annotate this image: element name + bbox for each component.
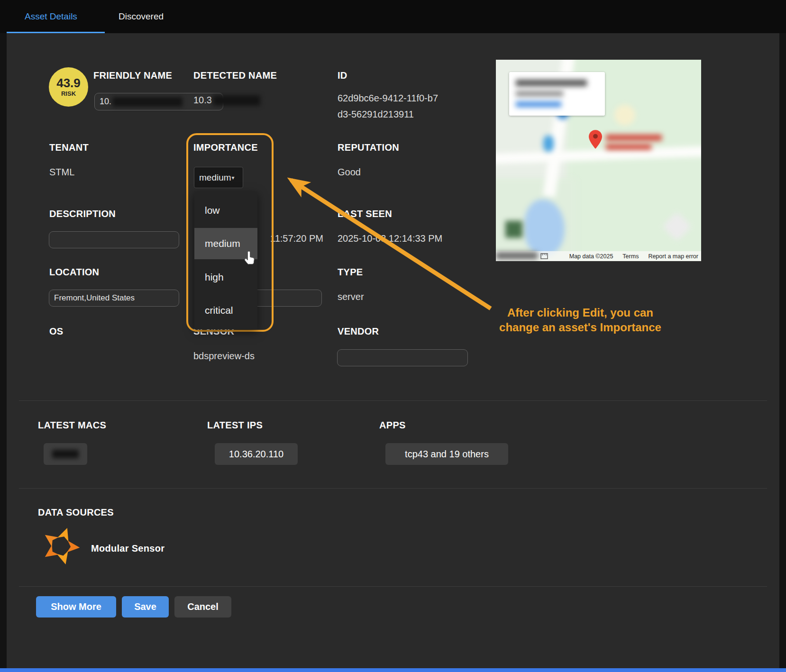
id-label: ID xyxy=(338,70,347,81)
tab-discovered[interactable]: Discovered xyxy=(119,0,164,33)
description-label: DESCRIPTION xyxy=(49,209,116,219)
divider xyxy=(19,400,767,401)
os-label: OS xyxy=(49,326,64,337)
annotation-text-line1: After clicking Edit, you can xyxy=(485,306,675,319)
modular-sensor-icon xyxy=(40,525,82,567)
importance-label: IMPORTANCE xyxy=(193,142,258,153)
apps-chip: tcp43 and 19 others xyxy=(385,443,508,465)
map-water xyxy=(524,200,565,256)
vendor-input[interactable] xyxy=(337,349,468,366)
importance-selected-value: medium xyxy=(199,173,231,183)
risk-score-badge: 43.9 RISK xyxy=(49,67,88,107)
friendly-name-redacted xyxy=(112,97,183,107)
detected-name-text: 10.3 xyxy=(193,95,212,106)
importance-option-low[interactable]: low xyxy=(194,195,257,226)
risk-score-value: 43.9 xyxy=(56,77,81,89)
mac-redacted xyxy=(52,450,79,458)
friendly-name-value: 10. xyxy=(100,97,111,107)
divider xyxy=(19,488,767,489)
map-pin-icon xyxy=(589,130,602,149)
importance-select[interactable]: medium ▾ xyxy=(194,167,243,188)
tenant-value: STML xyxy=(49,167,74,178)
apps-label: APPS xyxy=(379,420,406,431)
map-attribution-bar: Map data ©2025 Terms Report a map error xyxy=(496,251,701,261)
last-seen-label: LAST SEEN xyxy=(338,209,392,219)
map-terms-link[interactable]: Terms xyxy=(622,253,639,260)
last-seen-value: 2025-10-03 12:14:33 PM xyxy=(338,233,442,244)
location-input[interactable]: Fremont,United States xyxy=(49,290,179,307)
location-map[interactable]: Map data ©2025 Terms Report a map error xyxy=(496,60,701,261)
latest-ip-chip: 10.36.20.110 xyxy=(215,443,298,465)
divider xyxy=(19,586,767,587)
importance-option-medium[interactable]: medium xyxy=(194,228,257,259)
importance-option-critical[interactable]: critical xyxy=(194,295,257,326)
map-data-attribution: Map data ©2025 xyxy=(569,253,613,260)
asset-id-line1: 62d9bc6e-9412-11f0-b7 xyxy=(338,93,438,104)
reputation-value: Good xyxy=(338,167,361,178)
data-sources-label: DATA SOURCES xyxy=(38,507,114,518)
location-label: LOCATION xyxy=(49,267,99,278)
importance-option-high[interactable]: high xyxy=(194,262,257,293)
reputation-label: REPUTATION xyxy=(338,142,399,153)
map-report-error-link[interactable]: Report a map error xyxy=(648,253,698,260)
tab-asset-details[interactable]: Asset Details xyxy=(25,0,77,33)
importance-dropdown-menu: low medium high critical xyxy=(194,191,257,329)
save-button[interactable]: Save xyxy=(122,596,169,618)
latest-macs-label: LATEST MACS xyxy=(38,420,106,431)
detected-name-label: DETECTED NAME xyxy=(193,70,277,81)
modular-sensor-name: Modular Sensor xyxy=(91,543,165,554)
show-more-button[interactable]: Show More xyxy=(36,596,116,618)
sensor-value: bdspreview-ds xyxy=(193,351,255,362)
map-pin-label2-redacted xyxy=(606,144,651,150)
map-street-label-redacted xyxy=(496,252,538,259)
map-info-sub-redacted xyxy=(516,91,563,96)
detected-name-value: 10.3 xyxy=(193,95,260,106)
map-info-link-redacted xyxy=(516,101,561,107)
asset-details-page: Asset Details Discovered 43.9 RISK FRIEN… xyxy=(0,0,786,672)
latest-ips-label: LATEST IPS xyxy=(207,420,263,431)
map-pin-label-redacted xyxy=(606,135,662,141)
friendly-name-label: FRIENDLY NAME xyxy=(93,70,172,81)
type-value: server xyxy=(338,291,364,302)
map-blue-marker-2 xyxy=(543,136,554,152)
caret-down-icon: ▾ xyxy=(232,174,235,181)
type-label: TYPE xyxy=(338,267,363,278)
bottom-accent-bar xyxy=(0,668,786,672)
map-park-square xyxy=(505,221,522,238)
cancel-button[interactable]: Cancel xyxy=(174,596,231,618)
map-yellow-area xyxy=(614,105,635,126)
first-seen-partial-value: 11:57:20 PM xyxy=(270,233,323,244)
map-info-card xyxy=(509,72,605,116)
asset-id-line2: d3-56291d213911 xyxy=(338,109,414,120)
map-info-title-redacted xyxy=(516,80,587,86)
detected-name-redacted xyxy=(213,95,260,106)
description-input[interactable] xyxy=(49,231,179,248)
vendor-label: VENDOR xyxy=(338,326,379,337)
latest-mac-chip xyxy=(44,443,87,465)
map-scale-icon xyxy=(540,253,548,260)
location-value: Fremont,United States xyxy=(54,293,135,303)
tab-bar: Asset Details Discovered xyxy=(0,0,786,33)
annotation-text-line2: change an asset's Importance xyxy=(485,321,675,334)
risk-score-label: RISK xyxy=(61,90,76,97)
tenant-label: TENANT xyxy=(49,142,89,153)
